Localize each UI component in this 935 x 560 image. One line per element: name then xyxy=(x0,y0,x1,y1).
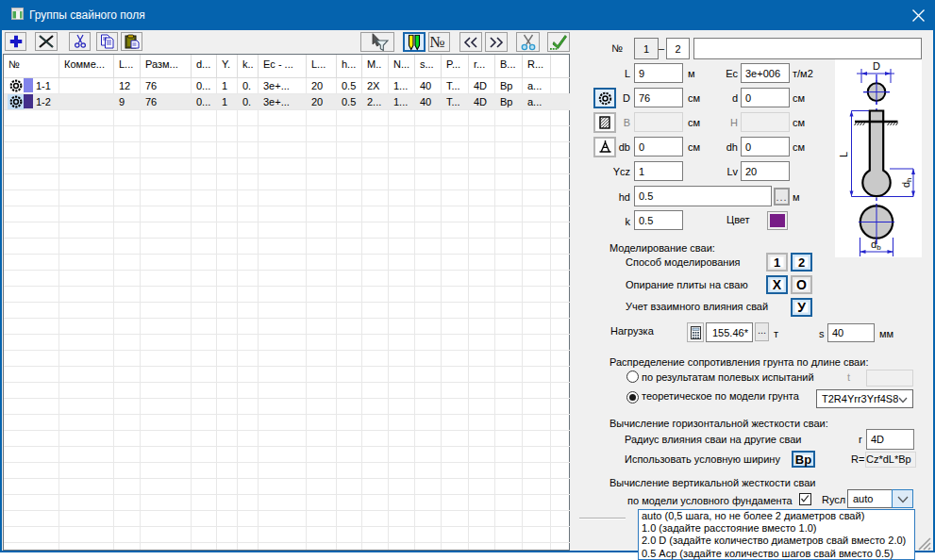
svg-text:D: D xyxy=(873,60,880,72)
svg-text:№: № xyxy=(429,35,444,50)
svg-text:L: L xyxy=(838,152,849,157)
